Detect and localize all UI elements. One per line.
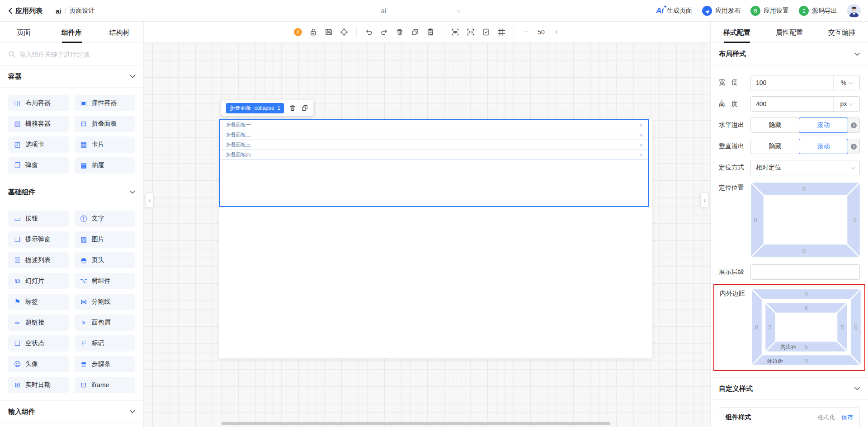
tab-structure-tree[interactable]: 结构树 bbox=[95, 22, 143, 43]
component-item-modal[interactable]: ❐弹窗 bbox=[8, 157, 69, 174]
width-unit-select[interactable]: % bbox=[833, 75, 859, 90]
tab-property-config[interactable]: 属性配置 bbox=[763, 22, 816, 43]
position-left-value[interactable]: 0 bbox=[754, 216, 757, 223]
horizontal-scrollbar[interactable] bbox=[222, 422, 610, 425]
section-header-input-components[interactable]: 输入组件 bbox=[0, 401, 143, 423]
search-input[interactable] bbox=[19, 51, 135, 58]
component-item-text[interactable]: Ⓣ文字 bbox=[75, 211, 136, 227]
component-item-avatar[interactable]: ☺头像 bbox=[8, 356, 69, 372]
component-item-realtime-date[interactable]: ⊞实时日期 bbox=[8, 377, 69, 393]
collapse-panel-header-2[interactable]: 折叠面板二› bbox=[220, 130, 648, 140]
margin-top-value[interactable]: 0 bbox=[804, 291, 807, 298]
collapse-right-panel-handle[interactable]: › bbox=[700, 192, 709, 208]
app-settings-button[interactable]: ⚙ 应用设置 bbox=[750, 6, 789, 16]
position-type-select[interactable]: 相对定位 bbox=[750, 160, 860, 175]
info-button[interactable]: i bbox=[294, 28, 302, 36]
tab-component-library[interactable]: 组件库 bbox=[48, 22, 96, 43]
margin-right-value[interactable]: 0 bbox=[854, 324, 857, 331]
selected-component-name[interactable]: 折叠面板_collapse_1 bbox=[226, 103, 284, 113]
collapse-panel-header-4[interactable]: 折叠面板四› bbox=[220, 150, 648, 160]
position-top-value[interactable]: 0 bbox=[802, 186, 805, 192]
h-overflow-scroll-option[interactable]: 滚动 bbox=[799, 117, 848, 133]
page-check-button[interactable] bbox=[482, 28, 490, 36]
v-overflow-hidden-option[interactable]: 隐藏 bbox=[751, 139, 799, 154]
selected-collapse-component[interactable]: 折叠面板一›折叠面板二›折叠面板三›折叠面板四› bbox=[219, 119, 649, 207]
height-input[interactable]: 400 bbox=[751, 97, 833, 111]
copy-component-icon[interactable] bbox=[301, 104, 308, 112]
save-button[interactable] bbox=[325, 28, 333, 36]
duplicate-button[interactable] bbox=[411, 28, 419, 36]
component-item-layout-container[interactable]: ◫布局容器 bbox=[8, 95, 69, 111]
page-switcher-dropdown[interactable]: ai bbox=[381, 0, 461, 22]
component-item-tree[interactable]: ⌥树组件 bbox=[75, 273, 136, 289]
source-export-button[interactable]: ↥ 源码导出 bbox=[799, 6, 837, 16]
preview-button[interactable] bbox=[451, 28, 459, 36]
component-item-button[interactable]: ▭按钮 bbox=[8, 211, 69, 227]
h-overflow-hidden-option[interactable]: 隐藏 bbox=[751, 118, 799, 132]
collapse-left-panel-handle[interactable]: ‹ bbox=[145, 192, 154, 208]
redo-button[interactable] bbox=[380, 28, 388, 36]
component-item-tag[interactable]: ⚑标签 bbox=[8, 294, 69, 310]
component-item-description-list[interactable]: ☰描述列表 bbox=[8, 252, 69, 268]
margin-bottom-value[interactable]: 0 bbox=[804, 357, 807, 364]
position-right-value[interactable]: 0 bbox=[853, 216, 856, 223]
v-overflow-info-badge[interactable] bbox=[848, 139, 860, 154]
unlock-button[interactable] bbox=[309, 28, 317, 36]
back-to-app-list-button[interactable]: 应用列表 bbox=[8, 7, 42, 15]
width-input[interactable]: 100 bbox=[751, 75, 833, 90]
design-page[interactable]: 折叠面板一›折叠面板二›折叠面板三›折叠面板四› bbox=[219, 119, 652, 358]
tab-interaction-config[interactable]: 交互编排 bbox=[816, 22, 868, 43]
app-publish-button[interactable]: ▶ 应用发布 bbox=[702, 6, 741, 16]
component-item-carousel[interactable]: ⧉幻灯片 bbox=[8, 273, 69, 289]
section-header-containers[interactable]: 容器 bbox=[0, 66, 143, 88]
height-unit-select[interactable]: px bbox=[833, 97, 859, 111]
h-overflow-info-badge[interactable] bbox=[848, 117, 860, 133]
delete-button[interactable] bbox=[396, 28, 404, 36]
tab-style-config[interactable]: 样式配置 bbox=[711, 22, 763, 43]
generate-page-button[interactable]: Ai✦ 生成页面 bbox=[656, 6, 692, 15]
padding-bottom-value[interactable]: 5 bbox=[804, 343, 807, 350]
section-header-custom-style[interactable]: 自定义样式 bbox=[711, 377, 868, 400]
locate-button[interactable] bbox=[340, 28, 348, 36]
v-overflow-scroll-option[interactable]: 滚动 bbox=[799, 139, 848, 154]
component-item-hyperlink[interactable]: ∞超链接 bbox=[8, 314, 69, 331]
component-item-tabs[interactable]: ◰选项卡 bbox=[8, 136, 69, 153]
delete-component-icon[interactable] bbox=[289, 104, 296, 112]
component-item-collapse-panel[interactable]: ⊟折叠面板 bbox=[75, 116, 136, 132]
component-item-breadcrumb[interactable]: »面包屑 bbox=[75, 314, 136, 331]
component-item-iframe[interactable]: ⊡iframe bbox=[75, 377, 136, 393]
component-item-image[interactable]: ▨图片 bbox=[75, 231, 136, 248]
format-code-button[interactable]: 格式化 bbox=[817, 413, 835, 422]
z-index-input[interactable] bbox=[750, 264, 860, 280]
component-item-grid-container[interactable]: ▥栅格容器 bbox=[8, 116, 69, 132]
source-code-button[interactable] bbox=[467, 28, 475, 36]
user-avatar[interactable] bbox=[847, 4, 861, 18]
padding-right-value[interactable]: 5 bbox=[840, 324, 844, 331]
component-item-marker[interactable]: ⚐标记 bbox=[75, 335, 136, 352]
canvas-grid-surface[interactable]: 折叠面板一›折叠面板二›折叠面板三›折叠面板四› 折叠面板_collapse_1… bbox=[144, 43, 710, 427]
padding-left-value[interactable]: 5 bbox=[768, 324, 771, 331]
section-header-basic-components[interactable]: 基础组件 bbox=[0, 181, 143, 203]
frame-button[interactable] bbox=[497, 28, 505, 36]
component-item-drawer[interactable]: ▦抽屉 bbox=[75, 157, 136, 174]
component-item-empty-state[interactable]: ☐空状态 bbox=[8, 335, 69, 352]
component-item-divider[interactable]: ⋈分割线 bbox=[75, 294, 136, 310]
component-item-message-popup[interactable]: ❏提示弹窗 bbox=[8, 231, 69, 248]
padding-top-value[interactable]: 5 bbox=[804, 305, 807, 311]
component-item-page-header[interactable]: ◓页头 bbox=[75, 252, 136, 268]
breadcrumb-app[interactable]: ai bbox=[56, 7, 61, 15]
collapse-panel-header-3[interactable]: 折叠面板三› bbox=[220, 140, 648, 150]
component-item-card[interactable]: ▤卡片 bbox=[75, 136, 136, 153]
collapse-panel-header-1[interactable]: 折叠面板一› bbox=[220, 120, 648, 130]
section-header-layout-style[interactable]: 布局样式 bbox=[711, 43, 868, 66]
undo-button[interactable] bbox=[365, 28, 373, 36]
margin-left-value[interactable]: 0 bbox=[755, 324, 758, 331]
component-item-steps[interactable]: ≣步骤条 bbox=[75, 356, 136, 372]
zoom-in-button[interactable]: + bbox=[553, 28, 560, 37]
paste-button[interactable] bbox=[426, 28, 434, 36]
component-item-flex-container[interactable]: ▣弹性容器 bbox=[75, 95, 136, 111]
save-style-button[interactable]: 保存 bbox=[841, 413, 853, 422]
tab-pages[interactable]: 页面 bbox=[0, 22, 48, 43]
zoom-out-button[interactable]: − bbox=[522, 28, 529, 37]
position-bottom-value[interactable]: 0 bbox=[802, 248, 805, 254]
